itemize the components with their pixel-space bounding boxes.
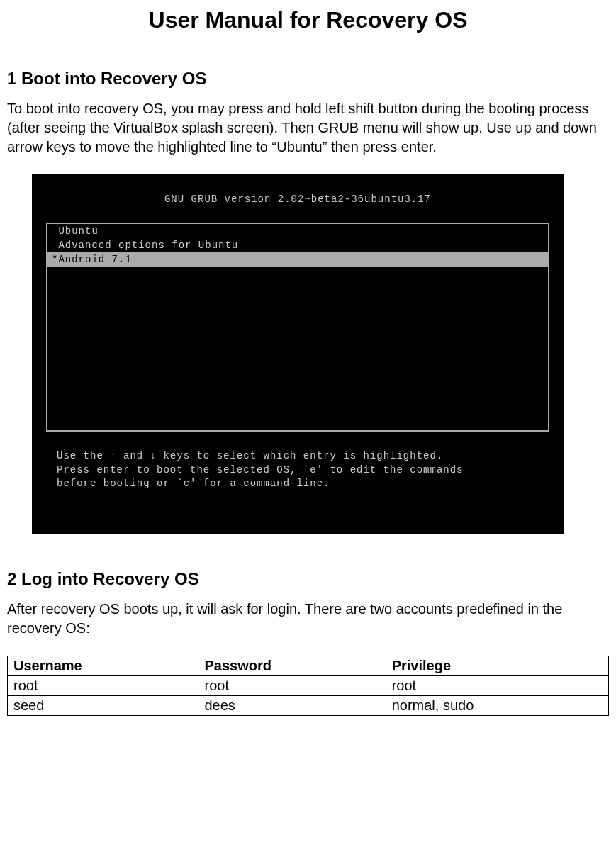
page-title: User Manual for Recovery OS: [7, 7, 609, 33]
grub-footer: Use the ↑ and ↓ keys to select which ent…: [57, 449, 539, 491]
grub-header: GNU GRUB version 2.02~beta2-36ubuntu3.17: [43, 193, 553, 205]
section-2-text: After recovery OS boots up, it will ask …: [7, 600, 609, 638]
cell-privilege: normal, sudo: [386, 695, 608, 715]
grub-entry-android: *Android 7.1: [47, 252, 548, 266]
section-1-heading: 1 Boot into Recovery OS: [7, 69, 609, 89]
grub-screenshot: GNU GRUB version 2.02~beta2-36ubuntu3.17…: [32, 174, 564, 534]
cell-username: root: [8, 675, 198, 695]
col-header-privilege: Privilege: [386, 656, 608, 675]
cell-username: seed: [8, 695, 198, 715]
grub-entry-ubuntu: Ubuntu: [47, 224, 548, 238]
col-header-password: Password: [198, 656, 386, 675]
table-row: seed dees normal, sudo: [8, 695, 609, 715]
section-1-text: To boot into recovery OS, you may press …: [7, 99, 609, 157]
section-2-heading: 2 Log into Recovery OS: [7, 569, 609, 589]
cell-password: dees: [198, 695, 386, 715]
table-header-row: Username Password Privilege: [8, 656, 609, 675]
cell-password: root: [198, 675, 386, 695]
accounts-table: Username Password Privilege root root ro…: [7, 656, 609, 716]
grub-menu: Ubuntu Advanced options for Ubuntu *Andr…: [46, 223, 549, 432]
table-row: root root root: [8, 675, 609, 695]
cell-privilege: root: [386, 675, 608, 695]
col-header-username: Username: [8, 656, 198, 675]
grub-entry-advanced: Advanced options for Ubuntu: [47, 238, 548, 252]
